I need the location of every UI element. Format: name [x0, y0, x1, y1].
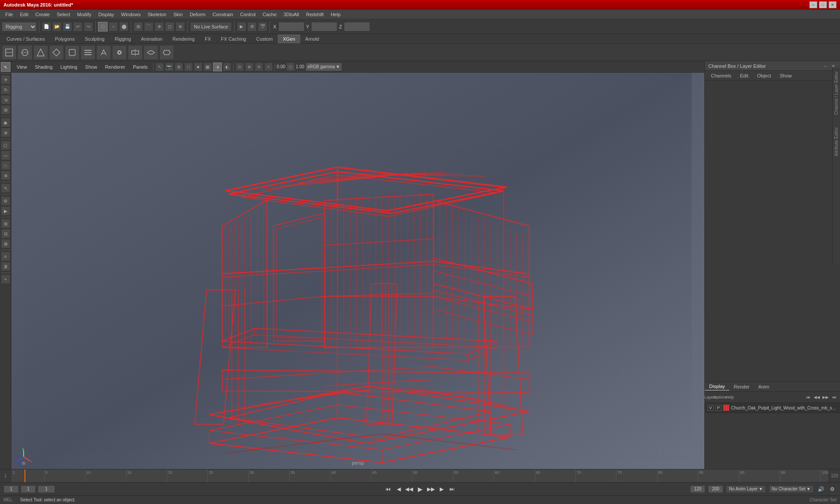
- menu-edit[interactable]: Edit: [17, 11, 32, 18]
- le-tab-anim[interactable]: Anim: [754, 383, 774, 390]
- snap-point-button[interactable]: ⊕: [154, 22, 164, 32]
- vp-grid-btn[interactable]: ⊞: [175, 63, 183, 71]
- lasso-tool-button[interactable]: ○: [108, 22, 118, 32]
- maximize-button[interactable]: □: [819, 1, 827, 8]
- channel-layer-editor-vertical-label[interactable]: Channel / Layer Editor: [833, 70, 840, 117]
- next-key-btn[interactable]: ▶▶: [427, 485, 435, 494]
- le-help-menu[interactable]: Help: [726, 393, 734, 401]
- shelf-icon-2[interactable]: [18, 45, 32, 60]
- move-tool-button[interactable]: ✛: [1, 75, 10, 84]
- render-button[interactable]: ▶: [237, 22, 246, 32]
- rotate-tool-button[interactable]: ↻: [1, 85, 10, 94]
- playback-end-range[interactable]: 200: [708, 485, 723, 493]
- vp-snap-btn[interactable]: +: [264, 63, 273, 71]
- audio-btn[interactable]: 🔊: [816, 485, 825, 494]
- layer-color-swatch[interactable]: [723, 405, 729, 411]
- shelf-tab-fx[interactable]: FX: [200, 35, 216, 43]
- coord-y-field[interactable]: [311, 22, 337, 32]
- prev-frame-btn[interactable]: ◀: [394, 485, 403, 494]
- vp-res-btn[interactable]: ⊛: [245, 63, 254, 71]
- vp-menu-lighting[interactable]: Lighting: [57, 63, 81, 70]
- exposure-adjust-btn[interactable]: ⬡: [286, 63, 295, 71]
- workspace-dropdown[interactable]: Rigging: [2, 22, 37, 32]
- soft-mod-button[interactable]: ◉: [1, 118, 10, 127]
- shelf-icon-8[interactable]: [112, 45, 127, 60]
- skip-to-end-btn[interactable]: ⏭: [448, 485, 456, 494]
- shelf-icon-6[interactable]: [80, 45, 95, 60]
- quick-layout-3[interactable]: ⊠: [1, 239, 10, 248]
- menu-control[interactable]: Control: [237, 11, 259, 18]
- snap-curve-button[interactable]: ⌒: [144, 22, 154, 32]
- skip-to-start-btn[interactable]: ⏮: [384, 485, 392, 494]
- minimize-button[interactable]: ─: [809, 1, 817, 8]
- vp-isolate-btn[interactable]: ⊙: [235, 63, 244, 71]
- vp-shaded-btn[interactable]: ■: [194, 63, 203, 71]
- cb-tab-object[interactable]: Object: [752, 72, 775, 79]
- le-next-btn[interactable]: ▶▶: [822, 393, 830, 401]
- attribute-editor-vertical-label[interactable]: Attribute Editor: [833, 126, 840, 158]
- menu-deform[interactable]: Deform: [186, 11, 209, 18]
- redo-button[interactable]: ↪: [84, 22, 93, 32]
- cb-tab-channels[interactable]: Channels: [707, 72, 735, 79]
- shelf-tab-sculpting[interactable]: Sculpting: [80, 35, 109, 43]
- select-tool-button[interactable]: ⬡: [98, 22, 108, 32]
- le-prev-btn[interactable]: ◀◀: [813, 393, 821, 401]
- channel-box-minimize-btn[interactable]: ─: [822, 63, 829, 69]
- paint-weight-button[interactable]: ✎: [1, 183, 10, 193]
- coord-x-field[interactable]: [278, 22, 304, 32]
- preferences-btn[interactable]: ⚙: [828, 485, 836, 494]
- vp-menu-view[interactable]: View: [13, 63, 31, 70]
- current-frame-display[interactable]: 1: [38, 485, 55, 493]
- playback-end-field[interactable]: 120: [690, 485, 705, 493]
- shelf-icon-11[interactable]: [159, 45, 174, 60]
- menu-redshift[interactable]: Redshift: [303, 11, 327, 18]
- menu-help[interactable]: Help: [327, 11, 344, 18]
- open-file-button[interactable]: 📂: [52, 22, 62, 32]
- attr-2[interactable]: ≣: [1, 262, 10, 271]
- play-btn[interactable]: ▶: [415, 484, 425, 494]
- menu-create[interactable]: Create: [32, 11, 53, 18]
- extra-btn[interactable]: +: [1, 274, 10, 284]
- range-start-field[interactable]: 1: [4, 485, 19, 493]
- viewport[interactable]: x y z persp: [11, 73, 704, 469]
- shelf-icon-9[interactable]: [128, 45, 143, 60]
- menu-cache[interactable]: Cache: [259, 11, 280, 18]
- vp-wireframe-btn[interactable]: □: [184, 63, 193, 71]
- shelf-icon-10[interactable]: [144, 45, 158, 60]
- shelf-tab-rigging[interactable]: Rigging: [110, 35, 136, 43]
- snap-center-button[interactable]: ⊗: [175, 22, 185, 32]
- le-prev-key-btn[interactable]: ⏮: [804, 393, 812, 401]
- layer-playback-checkbox[interactable]: P: [715, 405, 721, 411]
- menu-display[interactable]: Display: [95, 11, 118, 18]
- menu-select[interactable]: Select: [53, 11, 74, 18]
- render-settings-button[interactable]: ⚙: [247, 22, 257, 32]
- shelf-tab-polygons[interactable]: Polygons: [50, 35, 79, 43]
- menu-skeleton[interactable]: Skeleton: [144, 11, 170, 18]
- show-manip-button[interactable]: ⊕: [1, 128, 10, 137]
- shelf-tab-xgen[interactable]: XGen: [278, 35, 300, 43]
- cb-tab-edit[interactable]: Edit: [735, 72, 752, 79]
- le-tab-display[interactable]: Display: [705, 383, 729, 391]
- vp-light-btn[interactable]: ◑: [213, 63, 222, 71]
- current-frame-field[interactable]: 1: [21, 485, 36, 493]
- vp-menu-renderer[interactable]: Renderer: [102, 63, 129, 70]
- shelf-tab-custom[interactable]: Custom: [252, 35, 278, 43]
- save-file-button[interactable]: 💾: [63, 22, 72, 32]
- menu-constrain[interactable]: Constrain: [209, 11, 237, 18]
- layer-visible-checkbox[interactable]: V: [707, 405, 714, 411]
- undo-button[interactable]: ↩: [73, 22, 83, 32]
- le-tab-render[interactable]: Render: [729, 383, 754, 390]
- attr-1[interactable]: ≡: [1, 252, 10, 261]
- vp-select-btn[interactable]: ↖: [155, 63, 164, 71]
- shelf-tab-arnold[interactable]: Arnold: [301, 35, 324, 43]
- le-next-key-btn[interactable]: ⏭: [830, 393, 838, 401]
- vp-aa-btn[interactable]: ✕: [255, 63, 263, 71]
- vp-menu-shading[interactable]: Shading: [32, 63, 56, 70]
- vp-textured-btn[interactable]: ▩: [203, 63, 212, 71]
- shelf-tab-fxcaching[interactable]: FX Caching: [216, 35, 251, 43]
- menu-3dtoa[interactable]: 3DtoAll: [280, 11, 302, 18]
- shelf-icon-1[interactable]: [2, 45, 17, 60]
- timeline-playhead[interactable]: [24, 469, 25, 482]
- shelf-tab-rendering[interactable]: Rendering: [168, 35, 200, 43]
- timeline-track[interactable]: 1 5 10 15 20 25 30 35 40 45 50 55 60 65 …: [11, 469, 829, 482]
